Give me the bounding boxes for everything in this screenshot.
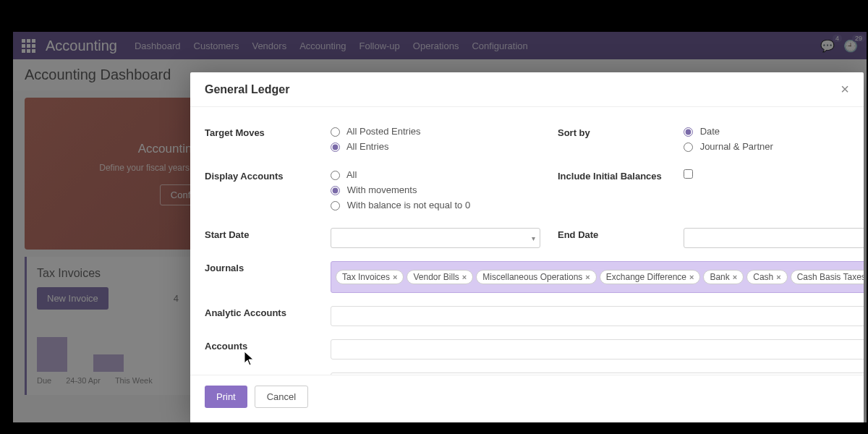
journal-tag: Miscellaneous Operations×	[476, 270, 597, 284]
target-moves-group: All Posted Entries All Entries	[331, 126, 540, 156]
radio-label: Journal & Partner	[700, 141, 773, 152]
journal-tag: Tax Invoices×	[336, 270, 404, 284]
radio-all-entries[interactable]: All Entries	[331, 141, 540, 152]
include-initial-checkbox[interactable]	[684, 169, 864, 181]
tag-label: Vendor Bills	[413, 272, 459, 282]
label-end-date: End Date	[558, 228, 666, 240]
label-target-moves: Target Moves	[205, 126, 313, 138]
display-accounts-group: All With movements With balance is not e…	[331, 169, 540, 215]
journal-tag: Cash×	[746, 270, 787, 284]
tag-label: Miscellaneous Operations	[482, 272, 582, 282]
label-display-accounts: Display Accounts	[205, 169, 313, 182]
label-sort-by: Sort by	[558, 126, 666, 138]
label-include-initial: Include Initial Balances	[558, 169, 666, 182]
tag-label: Cash	[753, 272, 773, 282]
journals-tagbox[interactable]: Tax Invoices× Vendor Bills× Miscellaneou…	[331, 261, 864, 293]
tag-label: Tax Invoices	[342, 272, 390, 282]
remove-tag-icon[interactable]: ×	[733, 273, 737, 281]
label-accounts: Accounts	[205, 339, 313, 352]
journal-tag: Exchange Difference×	[600, 270, 701, 284]
journal-tag: Bank×	[703, 270, 744, 284]
remove-tag-icon[interactable]: ×	[689, 273, 694, 281]
radio-date[interactable]: Date	[684, 126, 864, 137]
journal-tag: Cash Basis Taxes×	[791, 270, 864, 284]
print-button[interactable]: Print	[205, 386, 247, 408]
modal-title: General Ledger	[205, 83, 289, 96]
radio-label: All Posted Entries	[346, 126, 421, 137]
general-ledger-modal: General Ledger × Target Moves All Posted…	[190, 72, 864, 422]
radio-label: Date	[700, 126, 720, 137]
remove-tag-icon[interactable]: ×	[393, 273, 397, 281]
tag-label: Cash Basis Taxes	[797, 272, 864, 282]
radio-journal-partner[interactable]: Journal & Partner	[684, 141, 864, 152]
radio-balance-not-zero[interactable]: With balance is not equal to 0	[331, 200, 540, 210]
caret-down-icon: ▾	[532, 234, 535, 242]
label-start-date: Start Date	[205, 228, 313, 240]
label-analytic: Analytic Accounts	[205, 306, 313, 318]
remove-tag-icon[interactable]: ×	[462, 273, 467, 281]
accounts-input[interactable]: ▾	[331, 339, 864, 359]
tag-label: Exchange Difference	[606, 272, 686, 282]
end-date-input[interactable]: ▾	[684, 228, 864, 248]
radio-label: With movements	[347, 184, 417, 195]
journal-tag: Vendor Bills×	[407, 270, 473, 284]
close-icon[interactable]: ×	[841, 81, 849, 98]
radio-all[interactable]: All	[331, 169, 540, 180]
radio-all-posted[interactable]: All Posted Entries	[331, 126, 540, 137]
sort-by-group: Date Journal & Partner	[684, 126, 864, 156]
radio-with-movements[interactable]: With movements	[331, 184, 540, 195]
radio-label: All	[346, 169, 357, 180]
label-journals: Journals	[205, 261, 313, 273]
analytic-accounts-input[interactable]: ▾	[331, 306, 864, 326]
radio-label: With balance is not equal to 0	[347, 200, 471, 210]
cancel-button[interactable]: Cancel	[255, 386, 308, 408]
radio-label: All Entries	[346, 141, 389, 152]
remove-tag-icon[interactable]: ×	[776, 273, 780, 281]
start-date-input[interactable]: ▾	[331, 228, 540, 248]
tag-label: Bank	[710, 272, 729, 282]
remove-tag-icon[interactable]: ×	[585, 273, 590, 281]
